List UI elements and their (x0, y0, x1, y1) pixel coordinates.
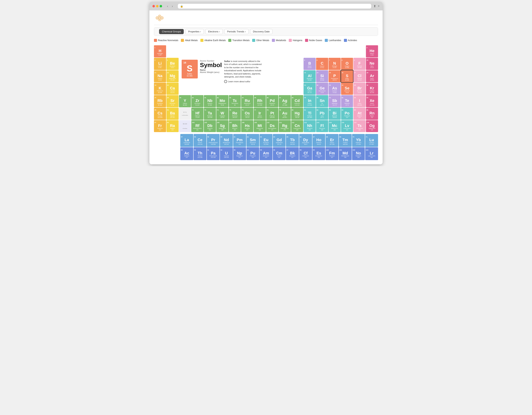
element-at[interactable]: 85 At Astatine 210 (353, 108, 366, 120)
element-rb[interactable]: 37 Rb Rubidium 85.468 (154, 95, 166, 107)
element-mg[interactable]: 12 Mg Magnesium 24.305 (166, 70, 179, 83)
element-o[interactable]: 8 O Oxygen 15.999 (341, 58, 353, 70)
element-hs[interactable]: 108 Hs Hassium 267 (241, 120, 253, 132)
element-es[interactable]: 99 Es Einsteinium 252 (313, 147, 325, 160)
element-lr[interactable]: 103 Lr Lawrencium 262 (365, 147, 378, 160)
element-mt[interactable]: 109 Mt Meitnerium 268 (254, 120, 266, 132)
element-ge[interactable]: 32 Ge Germanium 72.64 (316, 83, 328, 95)
element-tb[interactable]: 65 Tb Terbium 158.925 (286, 134, 299, 147)
element-te[interactable]: 52 Te Tellurium 127.6 (341, 95, 353, 107)
element-xe[interactable]: 54 Xe Xenon 131.293 (366, 95, 378, 107)
selected-element-card[interactable]: 16 S Sulfur 32.065 (182, 60, 198, 78)
element-fm[interactable]: 100 Fm Fermium 257 (325, 147, 338, 160)
btn-electrons[interactable]: Electrons › (205, 29, 223, 34)
element-rh[interactable]: 45 Rh Rhodium 102.906 (254, 95, 266, 107)
element-er[interactable]: 68 Er Erbium 167.259 (325, 134, 338, 147)
element-pb[interactable]: 82 Pb Lead 207.2 (316, 108, 328, 120)
element-ra[interactable]: 88 Ra Radium 226 (166, 120, 179, 132)
btn-chemical-groups[interactable]: Chemical Groups (159, 29, 184, 34)
element-pu[interactable]: 94 Pu Plutonium 244 (247, 147, 259, 160)
element-zr[interactable]: 40 Zr Zirconium 91.224 (191, 95, 203, 107)
forward-button[interactable]: › (171, 4, 174, 8)
element-al[interactable]: 13 Al Aluminum 26.982 (304, 70, 316, 83)
close-button[interactable] (152, 5, 155, 7)
element-cf[interactable]: 98 Cf Californium 251 (299, 147, 312, 160)
element-mc[interactable]: 115 Mc Moscovium 288 (329, 120, 341, 132)
element-ir[interactable]: 77 Ir Iridium 192.217 (254, 108, 266, 120)
element-se[interactable]: 34 Se Selenium 78.96 (341, 83, 353, 95)
element-nb[interactable]: 41 Nb Niobium 92.906 (204, 95, 216, 107)
element-c[interactable]: 6 C Carbon 12.011 (316, 58, 328, 70)
element-u[interactable]: 92 U Uranium 238.029 (220, 147, 233, 160)
element-sm[interactable]: 62 Sm Samarium 150.36 (247, 134, 259, 147)
element-cs[interactable]: 55 Cs Cesium 132.905 (154, 108, 166, 120)
element-cd[interactable]: 48 Cd Cadmium 112.411 (291, 95, 303, 107)
element-i[interactable]: 53 I Iodine 126.904 (353, 95, 366, 107)
element-ac[interactable]: 89 Ac Actinium 227 (180, 147, 193, 160)
element-np[interactable]: 93 Np Neptunium 237 (233, 147, 246, 160)
element-ar[interactable]: 18 Ar Argon 39.948 (366, 70, 378, 83)
btn-discovery-date[interactable]: Discovery Date (250, 29, 272, 34)
element-pd[interactable]: 46 Pd Palladium 106.42 (266, 95, 278, 107)
element-fr[interactable]: 87 Fr Francium 223 (154, 120, 166, 132)
element-re[interactable]: 75 Re Rhenium 186.207 (229, 108, 241, 120)
element-f[interactable]: 9 F Fluorine 18.998 (353, 58, 366, 70)
element-ne[interactable]: 10 Ne Neon 20.18 (366, 58, 378, 70)
element-ag[interactable]: 47 Ag Silver 107.868 (279, 95, 291, 107)
element-he[interactable]: 2 He Helium 4.002 (366, 45, 378, 57)
element-ta[interactable]: 73 Ta Tantalum 180.948 (204, 108, 216, 120)
element-kr[interactable]: 36 Kr Krypton 83.798 (366, 83, 378, 95)
element-yb[interactable]: 70 Yb Ytterbium 173.054 (352, 134, 365, 147)
element-ds[interactable]: 110 Ds Darmstadtium 271 (266, 120, 278, 132)
new-tab-icon[interactable]: + (378, 4, 380, 8)
element-tl[interactable]: 81 Tl Thallium 204.383 (304, 108, 316, 120)
element-og[interactable]: 118 Og Oganesson 294 (366, 120, 378, 132)
element-mo[interactable]: 42 Mo Molybdenum 95.96 (216, 95, 228, 107)
element-fl[interactable]: 114 Fl Flerovium 289 (316, 120, 328, 132)
element-nd[interactable]: 60 Nd Neodymium 144.242 (220, 134, 233, 147)
element-hg[interactable]: 80 Hg Mercury 200.59 (291, 108, 303, 120)
element-be[interactable]: 4 Be Beryllium 9.012 (166, 58, 179, 70)
element-rn[interactable]: 86 Rn Radon 222 (366, 108, 378, 120)
back-button[interactable]: ‹ (166, 4, 169, 8)
element-pm[interactable]: 61 Pm Promethium 145 (233, 134, 246, 147)
btn-periodic-trends[interactable]: Periodic Trends › (224, 29, 248, 34)
element-ca[interactable]: 20 Ca Calcium 40.078 (166, 83, 179, 95)
element-lv[interactable]: 116 Lv Livermorium 292 (341, 120, 353, 132)
element-sg[interactable]: 106 Sg Seaborgium 266 (216, 120, 228, 132)
address-bar[interactable]: 🔒 (178, 4, 371, 9)
element-rg[interactable]: 111 Rg Roentgenium 272 (279, 120, 291, 132)
element-hf[interactable]: 72 Hf Hafnium 178.49 (191, 108, 203, 120)
element-ba[interactable]: 56 Ba Barium 137.327 (166, 108, 179, 120)
element-ce[interactable]: 58 Ce Cerium 140.116 (194, 134, 207, 147)
element-si[interactable]: 14 Si Silicon 28.086 (316, 70, 328, 83)
element-cm[interactable]: 96 Cm Curium 247 (273, 147, 286, 160)
element-nh[interactable]: 113 Nh Nihonium 284 (304, 120, 316, 132)
element-b[interactable]: 5 B Boron 10.811 (304, 58, 316, 70)
element-no[interactable]: 102 No Nobelium 259 (352, 147, 365, 160)
element-s[interactable]: 16 S Sulfur 32.065 (341, 70, 353, 83)
element-pa[interactable]: 91 Pa Protactinium 231.036 (207, 147, 220, 160)
element-dy[interactable]: 66 Dy Dysprosium 162.5 (299, 134, 312, 147)
element-au[interactable]: 79 Au Gold 196.967 (279, 108, 291, 120)
learn-more-link[interactable]: › Learn more about sulfur (224, 80, 262, 83)
element-tc[interactable]: 43 Tc Technetium 98 (229, 95, 241, 107)
element-rf[interactable]: 104 Rf Rutherfordium 261 (191, 120, 203, 132)
element-cn[interactable]: 112 Cn Copernicium 285 (291, 120, 303, 132)
element-as[interactable]: 33 As Arsenic 74.922 (329, 83, 341, 95)
element-na[interactable]: 11 Na Sodium 22.99 (154, 70, 166, 83)
element-bk[interactable]: 97 Bk Berkelium 247 (286, 147, 299, 160)
element-la[interactable]: 57 La Lanthanum 138.905 (180, 134, 193, 147)
element-bh[interactable]: 107 Bh Bohrium 264 (229, 120, 241, 132)
element-k[interactable]: 19 K Potassium 39.098 (154, 83, 166, 95)
btn-properties[interactable]: Properties › (185, 29, 204, 34)
element-ga[interactable]: 31 Ga Gallium 69.723 (304, 83, 316, 95)
element-pr[interactable]: 59 Pr Praseodymium 140.908 (207, 134, 220, 147)
element-gd[interactable]: 64 Gd Gadolinium 157.25 (273, 134, 286, 147)
element-po[interactable]: 84 Po Polonium 210 (341, 108, 353, 120)
element-bi[interactable]: 83 Bi Bismuth 208.98 (329, 108, 341, 120)
element-in[interactable]: 49 In Indium 114.818 (304, 95, 316, 107)
element-y[interactable]: 39 Y Yttrium 88.906 (179, 95, 191, 107)
element-sn[interactable]: 50 Sn Tin 118.71 (316, 95, 328, 107)
element-p[interactable]: 15 P Phosphorus 30.974 (329, 70, 341, 83)
